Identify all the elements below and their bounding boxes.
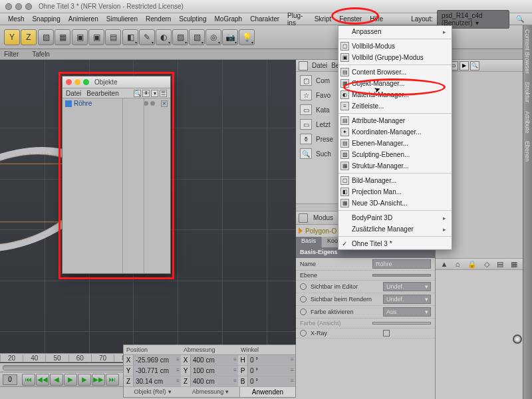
- menu-neue-3d-ansicht[interactable]: ▦Neue 3D-Ansicht...: [338, 198, 452, 209]
- menu-current-doc[interactable]: Ohne Titel 3 *: [338, 238, 452, 249]
- close-icon[interactable]: [5, 3, 12, 10]
- menu-mesh[interactable]: Mesh: [4, 14, 28, 24]
- menu-struktur-manager[interactable]: ▦Struktur-Manager...: [338, 160, 452, 172]
- menu-ebenen-manager[interactable]: ▤Ebenen-Manager...: [338, 138, 452, 149]
- ang-b[interactable]: 0 °: [247, 376, 295, 386]
- tab-content-browser[interactable]: Content Browser: [523, 25, 531, 78]
- menu-sculpting-ebenen[interactable]: ▧Sculpting-Ebenen...: [338, 149, 452, 160]
- back-icon[interactable]: [299, 61, 308, 70]
- goto-end-icon[interactable]: ⏭: [106, 374, 119, 386]
- objwin-close-icon[interactable]: [66, 79, 72, 85]
- menu-vollbild-gruppe[interactable]: ▣Vollbild (Gruppe)-Modus: [338, 52, 452, 63]
- axis-z-button[interactable]: Z: [21, 29, 37, 45]
- menu-sculpting[interactable]: Sculpting: [175, 14, 210, 24]
- menu-fenster[interactable]: Fenster: [335, 14, 366, 24]
- nav-list-icon[interactable]: ▤: [497, 260, 503, 269]
- objwin-zoom-icon[interactable]: [83, 79, 89, 85]
- attr-mode[interactable]: Modus: [313, 214, 333, 221]
- objwin-bearbeiten[interactable]: Bearbeiten: [86, 90, 118, 97]
- pos-x[interactable]: -25.969 cm: [133, 355, 181, 365]
- color-swatch[interactable]: [372, 322, 431, 325]
- nav-up-icon[interactable]: ▲: [441, 260, 448, 268]
- objwin-min-icon[interactable]: [74, 79, 80, 85]
- render-icon[interactable]: ▣: [72, 29, 88, 45]
- prev-frame-icon[interactable]: ◀: [50, 374, 63, 386]
- menu-zeitleiste[interactable]: ≡Zeitleiste...: [338, 100, 452, 112]
- ang-p[interactable]: 0 °: [247, 366, 295, 376]
- dim-x[interactable]: 400 cm: [190, 355, 238, 365]
- vis-render-radio[interactable]: [300, 296, 307, 303]
- color-picker-icon[interactable]: [513, 334, 522, 344]
- menu-zusaetzliche[interactable]: Zusätzliche Manager▸: [338, 223, 452, 235]
- layer-input[interactable]: [372, 274, 431, 277]
- dim-z[interactable]: 400 cm: [190, 376, 238, 386]
- traffic-lights[interactable]: [5, 3, 32, 10]
- menu-rendern[interactable]: Rendern: [142, 14, 175, 24]
- spline-pen-icon[interactable]: ✎▾: [139, 29, 155, 45]
- primitive-cube-icon[interactable]: ◧▾: [122, 29, 138, 45]
- axis-y-button[interactable]: Y: [4, 29, 20, 45]
- menu-plugins[interactable]: Plug-ins: [283, 11, 311, 28]
- zoom-icon[interactable]: [25, 3, 32, 10]
- objwin-filter-icon[interactable]: ▾: [151, 90, 158, 97]
- color-radio[interactable]: [300, 309, 307, 315]
- vis-editor-radio[interactable]: [300, 283, 307, 290]
- tab-struktur[interactable]: Struktur: [523, 78, 531, 107]
- pos-z[interactable]: 30.14 cm: [133, 376, 181, 386]
- object-row-roehre[interactable]: Röhre ✕: [63, 98, 170, 108]
- objwin-datei[interactable]: Datei: [66, 90, 81, 97]
- next-key-icon[interactable]: ▶▶: [92, 374, 105, 386]
- menu-mograph[interactable]: MoGraph: [211, 14, 247, 24]
- object-manager-window[interactable]: Objekte Datei Bearbeiten 🔍 👁 ▾ ☰ Röhre ✕: [62, 76, 171, 274]
- phong-tag-icon[interactable]: ✕: [161, 100, 168, 107]
- frame-field[interactable]: 0: [3, 374, 17, 385]
- camera-icon[interactable]: 📷▾: [222, 29, 238, 45]
- bm-fwd-icon[interactable]: ▶: [460, 61, 469, 70]
- minimize-icon[interactable]: [15, 3, 22, 10]
- cube-icon[interactable]: ▧: [38, 29, 54, 45]
- size-mode-select[interactable]: Abmessung: [182, 387, 239, 397]
- ang-h[interactable]: 0 °: [247, 355, 295, 365]
- objwin-menu-icon[interactable]: ☰: [160, 90, 167, 97]
- nav-home-icon[interactable]: ⌂: [456, 260, 460, 268]
- tab-attribute[interactable]: Attribute: [523, 107, 531, 138]
- menu-material-manager[interactable]: ◐Material-Manager...: [338, 89, 452, 100]
- dim-y[interactable]: 100 cm: [190, 366, 238, 376]
- color-activate-select[interactable]: Aus: [383, 307, 431, 317]
- scene-icon[interactable]: ▦: [55, 29, 70, 45]
- menu-projection-manager[interactable]: ◧Projection Man...: [338, 186, 452, 198]
- prev-key-icon[interactable]: ◀◀: [36, 374, 49, 386]
- xray-checkbox[interactable]: [383, 330, 390, 336]
- cb-datei[interactable]: Datei: [312, 62, 327, 69]
- xray-radio[interactable]: [300, 330, 307, 336]
- menu-animieren[interactable]: Animieren: [65, 14, 102, 24]
- nav-grid-icon[interactable]: ▦: [511, 260, 517, 269]
- play-icon[interactable]: ▶: [64, 374, 77, 386]
- menu-simulieren[interactable]: Simulieren: [102, 14, 142, 24]
- light-icon[interactable]: 💡▾: [239, 29, 255, 45]
- generator-icon[interactable]: ▨▾: [172, 29, 188, 45]
- tafeln-label[interactable]: Tafeln: [32, 51, 50, 58]
- menu-vollbild[interactable]: ▢Vollbild-Modus: [338, 41, 452, 52]
- mode-icon[interactable]: [299, 213, 308, 223]
- pos-y[interactable]: -30.771 cm: [133, 366, 181, 376]
- apply-button[interactable]: Anwenden: [239, 387, 295, 397]
- menu-objekt-manager[interactable]: ▦Objekt-Manager...: [338, 78, 452, 89]
- menu-charakter[interactable]: Charakter: [246, 14, 283, 24]
- menu-bodypaint[interactable]: BodyPaint 3D▸: [338, 212, 452, 223]
- goto-start-icon[interactable]: ⏮: [22, 374, 35, 386]
- menu-content-browser[interactable]: ▤Content Browser...: [338, 66, 452, 78]
- nav-new-icon[interactable]: ◇: [484, 260, 489, 269]
- deformer-icon[interactable]: ▧▾: [189, 29, 205, 45]
- menu-snapping[interactable]: Snapping: [28, 14, 64, 24]
- render-region-icon[interactable]: ▣: [88, 29, 104, 45]
- vis-render-select[interactable]: Undef.: [383, 295, 431, 304]
- menu-koordinaten-manager[interactable]: ✦Koordinaten-Manager...: [338, 126, 452, 138]
- menu-attribute-manager[interactable]: ▤Attribute-Manager: [338, 115, 452, 126]
- name-input[interactable]: Röhre: [372, 259, 431, 269]
- objwin-search-icon[interactable]: 🔍: [134, 90, 141, 97]
- render-settings-icon[interactable]: ▤: [105, 29, 121, 45]
- menu-hilfe[interactable]: Hilfe: [366, 14, 387, 24]
- bm-search-icon[interactable]: 🔍: [470, 61, 479, 70]
- search-icon[interactable]: 🔍: [512, 14, 528, 24]
